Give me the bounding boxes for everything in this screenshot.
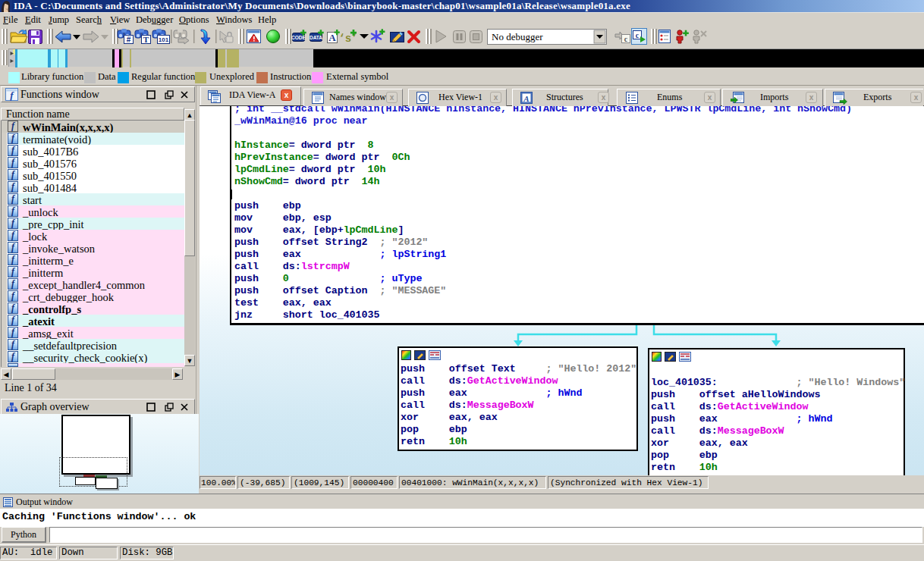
svg-text:c: c — [636, 31, 640, 39]
svg-text:A: A — [328, 32, 336, 43]
svg-text:c: c — [624, 35, 628, 43]
svg-text:T: T — [143, 35, 149, 44]
svg-text:A: A — [523, 94, 529, 103]
svg-text:No debugger: No debugger — [492, 31, 543, 42]
svg-text:#: # — [127, 36, 131, 44]
svg-text:DATA: DATA — [310, 35, 322, 40]
svg-text:‘s’: ‘s’ — [338, 33, 357, 45]
svg-text:CODE: CODE — [291, 35, 306, 40]
svg-text:101: 101 — [159, 36, 169, 43]
